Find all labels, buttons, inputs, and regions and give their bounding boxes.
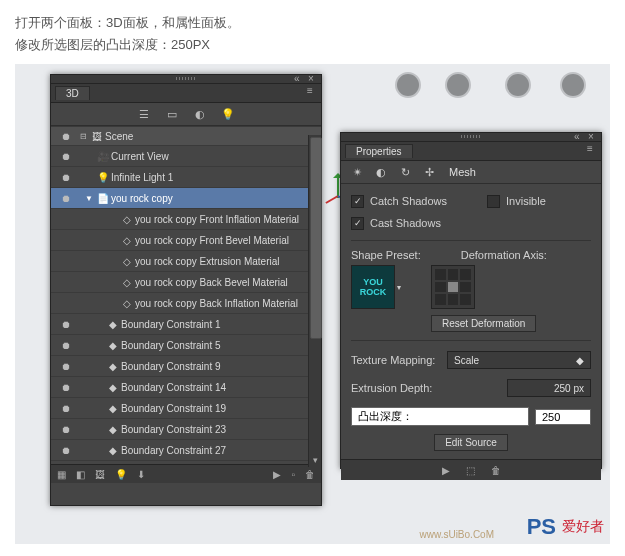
tab-3d[interactable]: 3D	[55, 86, 90, 100]
properties-body: ✓ Catch Shadows Invisible ✓ Cast Shadows…	[341, 184, 601, 459]
collapse-icon[interactable]: «	[294, 74, 304, 84]
close-icon[interactable]: ×	[588, 132, 598, 142]
bg-dot	[560, 72, 586, 98]
tree-row[interactable]: ◇you rock copy Extrusion Material	[51, 250, 321, 271]
extrusion-depth-value: 250 px	[554, 383, 584, 394]
filter-material-icon[interactable]: ◐	[193, 107, 207, 121]
footer-icon[interactable]: ⬚	[466, 465, 475, 476]
new-icon[interactable]: ▫	[291, 469, 295, 480]
watermark-url: www.sUiBo.CoM	[420, 529, 494, 540]
close-icon[interactable]: ×	[308, 74, 318, 84]
mode-mesh-icon[interactable]: ✴	[349, 164, 365, 180]
tree-scrollbar[interactable]: ▴ ▾	[308, 135, 321, 467]
catch-shadows-label: Catch Shadows	[370, 195, 447, 207]
tree-row[interactable]: ⏺◆Boundary Constraint 9	[51, 355, 321, 376]
intro-line-1: 打开两个面板：3D面板，和属性面板。	[15, 14, 610, 32]
deformation-axis-picker[interactable]	[431, 265, 475, 309]
tree-row[interactable]: ⏺◆Boundary Constraint 19	[51, 397, 321, 418]
tree-row[interactable]: ⏺◆Boundary Constraint 14	[51, 376, 321, 397]
invisible-checkbox[interactable]: Invisible	[487, 192, 546, 210]
mode-deform-icon[interactable]: ◐	[373, 164, 389, 180]
tree-item-label: Boundary Constraint 19	[121, 403, 321, 414]
panel-menu-icon[interactable]: ≡	[307, 86, 317, 96]
cast-shadows-label: Cast Shadows	[370, 217, 441, 229]
preset-thumb-text: YOU ROCK	[360, 277, 387, 297]
eye-icon[interactable]: ⏺	[55, 151, 77, 162]
shape-preset-picker[interactable]: YOU ROCK	[351, 265, 395, 309]
item-type-icon: ◆	[105, 445, 121, 456]
item-type-icon: ◆	[105, 340, 121, 351]
tree-item-label: you rock copy	[111, 193, 321, 204]
scrollbar-thumb[interactable]	[310, 137, 322, 339]
panel-dock-bar[interactable]: « ×	[51, 75, 321, 84]
extrusion-depth-label: Extrusion Depth:	[351, 382, 439, 394]
mode-cap-icon[interactable]: ↻	[397, 164, 413, 180]
item-type-icon: ◇	[119, 277, 135, 288]
properties-footer: ▶ ⬚ 🗑	[341, 459, 601, 480]
tree-row[interactable]: ◇you rock copy Back Bevel Material	[51, 271, 321, 292]
shape-preset-label: Shape Preset:	[351, 249, 421, 261]
annotation-value[interactable]: 250	[535, 409, 591, 425]
texture-mapping-dropdown[interactable]: Scale ◆	[447, 351, 591, 369]
twisty-icon[interactable]: ▼	[83, 194, 95, 203]
panel-menu-icon[interactable]: ≡	[587, 144, 597, 154]
cast-shadows-checkbox[interactable]: ✓ Cast Shadows	[351, 214, 591, 232]
footer-icon[interactable]: 🖼	[95, 469, 105, 480]
chevron-down-icon[interactable]: ▾	[397, 283, 401, 292]
intro-line-2: 修改所选图层的凸出深度：250PX	[15, 36, 610, 54]
eye-icon[interactable]: ⏺	[55, 424, 77, 435]
trash-icon[interactable]: 🗑	[305, 469, 315, 480]
tree-row[interactable]: ⏺◆Boundary Constraint 5	[51, 334, 321, 355]
tree-row[interactable]: ◇you rock copy Back Inflation Material	[51, 292, 321, 313]
panel-3d: « × 3D ≡ ☰ ▭ ◐ 💡 ⏺ ⊟ 🖼 Scene	[50, 74, 322, 506]
bg-dot	[445, 72, 471, 98]
item-type-icon: ◇	[119, 235, 135, 246]
tree-row[interactable]: ⏺◆Boundary Constraint 1	[51, 313, 321, 334]
tree-row[interactable]: ◇you rock copy Front Bevel Material	[51, 229, 321, 250]
item-type-icon: ◆	[105, 361, 121, 372]
footer-icon[interactable]: 💡	[115, 469, 127, 480]
collapse-icon[interactable]: «	[574, 132, 584, 142]
tree-row[interactable]: ◇you rock copy Front Inflation Material	[51, 208, 321, 229]
eye-icon[interactable]: ⏺	[55, 445, 77, 456]
item-type-icon: ◆	[105, 319, 121, 330]
tree-row[interactable]: ⏺◆Boundary Constraint 23	[51, 418, 321, 439]
tree-item-label: Boundary Constraint 27	[121, 445, 321, 456]
footer-icon[interactable]: ⬇	[137, 469, 145, 480]
mode-label: Mesh	[449, 166, 476, 178]
eye-icon[interactable]: ⏺	[55, 172, 77, 183]
eye-icon[interactable]: ⏺	[55, 403, 77, 414]
footer-icon[interactable]: ◧	[76, 469, 85, 480]
tree-item-label: Boundary Constraint 14	[121, 382, 321, 393]
mode-coord-icon[interactable]: ✢	[421, 164, 437, 180]
extrusion-depth-field[interactable]: 250 px	[507, 379, 591, 397]
edit-source-button[interactable]: Edit Source	[434, 434, 508, 451]
trash-icon[interactable]: 🗑	[491, 465, 501, 476]
tree-item-label: you rock copy Extrusion Material	[135, 256, 321, 267]
render-icon[interactable]: ▶	[442, 465, 450, 476]
item-type-icon: 🎥	[95, 151, 111, 162]
eye-icon[interactable]: ⏺	[55, 319, 77, 330]
filter-mesh-icon[interactable]: ▭	[165, 107, 179, 121]
properties-mode-row: ✴ ◐ ↻ ✢ Mesh	[341, 161, 601, 184]
eye-icon[interactable]: ⏺	[55, 193, 77, 204]
tree-row[interactable]: ⏺🎥Current View	[51, 145, 321, 166]
eye-icon[interactable]: ⏺	[55, 382, 77, 393]
tree-row[interactable]: ⏺◆Boundary Constraint 27	[51, 439, 321, 460]
eye-icon[interactable]: ⏺	[55, 361, 77, 372]
tab-properties[interactable]: Properties	[345, 144, 413, 158]
render-icon[interactable]: ▶	[273, 469, 281, 480]
tree-row[interactable]: ⏺💡Infinite Light 1	[51, 166, 321, 187]
filter-scene-icon[interactable]: ☰	[137, 107, 151, 121]
panel-dock-bar[interactable]: « ×	[341, 133, 601, 142]
eye-icon[interactable]: ⏺	[55, 131, 77, 142]
tree-row[interactable]: ⏺▼📄you rock copy	[51, 187, 321, 208]
footer-icon[interactable]: ▦	[57, 469, 66, 480]
eye-icon[interactable]: ⏺	[55, 340, 77, 351]
catch-shadows-checkbox[interactable]: ✓ Catch Shadows	[351, 192, 447, 210]
reset-deformation-button[interactable]: Reset Deformation	[431, 315, 536, 332]
panel-properties: « × Properties ≡ ✴ ◐ ↻ ✢ Mesh ✓ Catch	[340, 132, 602, 469]
item-type-icon: 📄	[95, 193, 111, 204]
tree-header[interactable]: ⏺ ⊟ 🖼 Scene	[51, 126, 321, 145]
filter-light-icon[interactable]: 💡	[221, 107, 235, 121]
